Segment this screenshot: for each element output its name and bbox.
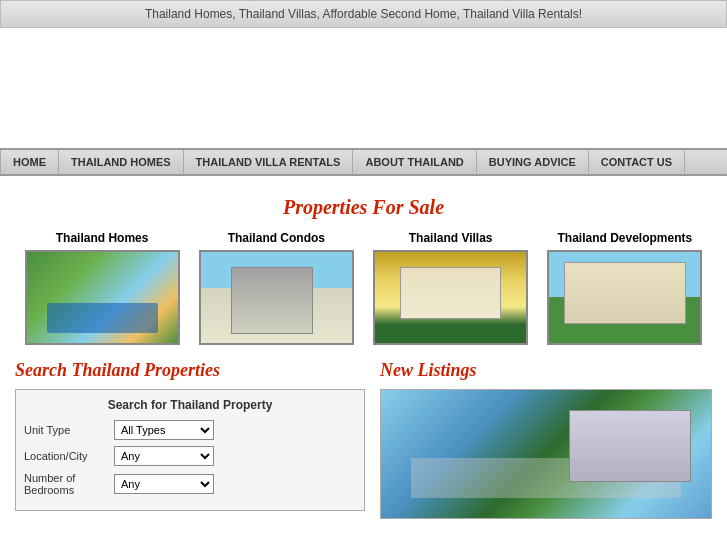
property-developments-label: Thailand Developments <box>558 231 693 245</box>
search-heading: Search Thailand Properties <box>15 360 365 381</box>
property-homes-image[interactable] <box>25 250 180 345</box>
bedrooms-label: Number of Bedrooms <box>24 472 114 496</box>
main-content: Properties For Sale Thailand Homes Thail… <box>0 176 727 529</box>
logo-area <box>0 28 727 148</box>
search-box-title: Search for Thailand Property <box>24 398 356 412</box>
property-villas-image[interactable] <box>373 250 528 345</box>
top-banner: Thailand Homes, Thailand Villas, Afforda… <box>0 0 727 28</box>
listings-heading: New Listings <box>380 360 712 381</box>
nav-thailand-homes[interactable]: THAILAND HOMES <box>59 150 184 174</box>
location-label: Location/City <box>24 450 114 462</box>
bottom-section: Search Thailand Properties Search for Th… <box>15 360 712 519</box>
nav-contact-us[interactable]: CONTACT US <box>589 150 685 174</box>
property-homes-label: Thailand Homes <box>56 231 149 245</box>
search-column: Search Thailand Properties Search for Th… <box>15 360 365 519</box>
properties-heading: Properties For Sale <box>15 196 712 219</box>
unit-type-row: Unit Type All Types House Condo Villa <box>24 420 356 440</box>
nav-about-thailand[interactable]: ABOUT THAILAND <box>353 150 476 174</box>
property-condos[interactable]: Thailand Condos <box>196 231 356 345</box>
property-grid: Thailand Homes Thailand Condos Thailand … <box>15 231 712 345</box>
property-condos-label: Thailand Condos <box>228 231 325 245</box>
property-developments[interactable]: Thailand Developments <box>545 231 705 345</box>
bedrooms-row: Number of Bedrooms Any 1 2 3 4 5+ <box>24 472 356 496</box>
bedrooms-select[interactable]: Any 1 2 3 4 5+ <box>114 474 214 494</box>
navigation: HOME THAILAND HOMES THAILAND VILLA RENTA… <box>0 148 727 176</box>
banner-text: Thailand Homes, Thailand Villas, Afforda… <box>145 7 582 21</box>
property-homes[interactable]: Thailand Homes <box>22 231 182 345</box>
nav-buying-advice[interactable]: BUYING ADVICE <box>477 150 589 174</box>
nav-villa-rentals[interactable]: THAILAND VILLA RENTALS <box>184 150 354 174</box>
listings-column: New Listings <box>380 360 712 519</box>
location-row: Location/City Any Bangkok Phuket Pattaya <box>24 446 356 466</box>
search-box: Search for Thailand Property Unit Type A… <box>15 389 365 511</box>
property-villas[interactable]: Thailand Villas <box>371 231 531 345</box>
location-select[interactable]: Any Bangkok Phuket Pattaya <box>114 446 214 466</box>
unit-type-select[interactable]: All Types House Condo Villa <box>114 420 214 440</box>
unit-type-label: Unit Type <box>24 424 114 436</box>
listings-image[interactable] <box>380 389 712 519</box>
property-developments-image[interactable] <box>547 250 702 345</box>
property-condos-image[interactable] <box>199 250 354 345</box>
nav-home[interactable]: HOME <box>0 150 59 174</box>
property-villas-label: Thailand Villas <box>409 231 493 245</box>
